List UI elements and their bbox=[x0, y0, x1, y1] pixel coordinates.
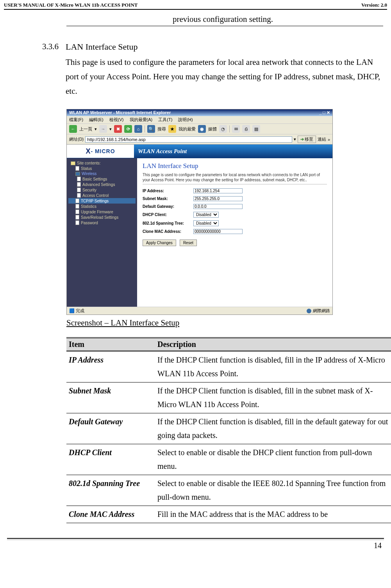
back-label[interactable]: 上一頁 bbox=[79, 126, 92, 132]
table-row: DHCP ClientSelect to enable or disable t… bbox=[66, 444, 391, 475]
sidebar-item-security[interactable]: Security bbox=[68, 187, 136, 193]
globe-icon bbox=[307, 309, 311, 313]
back-dropdown[interactable]: ▾ bbox=[95, 127, 97, 132]
page-header: USER'S MANUAL OF X-Micro WLAN 11b ACCESS… bbox=[4, 2, 387, 10]
section-title: LAN Interface Setup bbox=[66, 42, 381, 52]
stop-button[interactable]: ✖ bbox=[114, 125, 122, 133]
window-titlebar: WLAN AP Webserver - Microsoft Internet E… bbox=[67, 109, 332, 116]
home-button[interactable]: ⌂ bbox=[134, 125, 142, 133]
section-number: 3.3.6 bbox=[36, 42, 59, 98]
status-bar: 🟦 完成 網際網路 bbox=[67, 307, 332, 315]
divider bbox=[66, 26, 383, 26]
sidebar-item-tcpip[interactable]: TCP/IP Settings bbox=[68, 198, 136, 204]
toolbar: ← 上一頁 ▾ → ▾ ✖ ⟳ ⌂ 🔍 搜尋 ★ 我的最愛 ◉ 媒體 ◔ ✉ ⎙… bbox=[67, 124, 332, 134]
banner: XX- MICRO- MICRO WLAN Access Point bbox=[67, 145, 332, 158]
links-label[interactable]: 連結 bbox=[318, 136, 326, 142]
footer-sub-divider bbox=[7, 540, 384, 540]
sidebar-item-statistics[interactable]: Statistics bbox=[68, 204, 136, 209]
mac-input[interactable] bbox=[193, 229, 243, 234]
ip-label: IP Address: bbox=[143, 189, 193, 193]
sidebar-item-advanced[interactable]: Advanced Settings bbox=[68, 182, 136, 187]
table-row: Clone MAC AddressFill in the MAC address… bbox=[66, 506, 391, 523]
favorites-icon[interactable]: ★ bbox=[168, 125, 176, 133]
menu-help[interactable]: 說明(H) bbox=[178, 117, 193, 122]
refresh-button[interactable]: ⟳ bbox=[124, 125, 132, 133]
forward-button[interactable]: → bbox=[99, 125, 107, 133]
menu-favorites[interactable]: 我的最愛(A) bbox=[130, 117, 153, 122]
subnet-label: Subnet Mask: bbox=[143, 197, 193, 201]
description-table: Item Description IP AddressIf the DHCP C… bbox=[66, 337, 391, 523]
links-chevron[interactable]: » bbox=[328, 137, 330, 142]
panel-desc: This page is used to configure the param… bbox=[143, 172, 327, 182]
dhcp-label: DHCP Client: bbox=[143, 213, 193, 217]
banner-text: WLAN Access Point bbox=[134, 148, 187, 155]
section-text: This page is used to configure the param… bbox=[66, 55, 381, 98]
menubar[interactable]: 檔案(F) 編輯(E) 檢視(V) 我的最愛(A) 工具(T) 說明(H) bbox=[67, 116, 332, 124]
screenshot-caption: Screenshot – LAN Interface Setup bbox=[66, 318, 383, 328]
footer-divider bbox=[7, 538, 384, 539]
mac-label: Clone MAC Address: bbox=[143, 229, 193, 234]
address-input[interactable] bbox=[85, 136, 292, 143]
dhcp-select[interactable]: Disabled bbox=[193, 212, 219, 218]
favorites-label[interactable]: 我的最愛 bbox=[179, 126, 196, 132]
sidebar-item-upgrade[interactable]: Upgrade Firmware bbox=[68, 209, 136, 214]
sidebar-item-save-reload[interactable]: Save/Reload Settings bbox=[68, 214, 136, 220]
go-button[interactable]: ➔移至 bbox=[298, 136, 316, 143]
reset-button[interactable]: Reset bbox=[180, 239, 197, 246]
sidebar: Site contents: Status Wireless Basic Set… bbox=[67, 158, 137, 307]
xmicro-logo: XX- MICRO- MICRO bbox=[67, 145, 134, 158]
window-title: WLAN AP Webserver - Microsoft Internet E… bbox=[69, 110, 171, 115]
screenshot: WLAN AP Webserver - Microsoft Internet E… bbox=[66, 109, 333, 315]
table-header-desc: Description bbox=[155, 338, 391, 351]
search-icon[interactable]: 🔍 bbox=[147, 125, 155, 133]
spanning-label: 802.1d Spanning Tree: bbox=[143, 221, 193, 225]
gateway-input[interactable] bbox=[193, 204, 243, 209]
print-button[interactable]: ⎙ bbox=[242, 125, 250, 133]
apply-button[interactable]: Apply Changes bbox=[143, 239, 176, 246]
address-label: 網址(D) bbox=[69, 136, 84, 142]
mail-button[interactable]: ✉ bbox=[232, 125, 240, 133]
status-right: 網際網路 bbox=[307, 308, 330, 314]
ip-input[interactable] bbox=[193, 188, 243, 193]
sidebar-root: Site contents: bbox=[68, 161, 136, 166]
window-controls[interactable]: _ □ ✕ bbox=[319, 110, 330, 115]
sidebar-item-wireless[interactable]: Wireless bbox=[68, 171, 136, 176]
sidebar-item-status[interactable]: Status bbox=[68, 166, 136, 171]
header-left: USER'S MANUAL OF X-Micro WLAN 11b ACCESS… bbox=[4, 2, 138, 8]
menu-edit[interactable]: 編輯(E) bbox=[89, 117, 104, 122]
gateway-label: Default Gateway: bbox=[143, 204, 193, 209]
header-right: Version: 2.0 bbox=[361, 2, 387, 8]
panel-divider bbox=[143, 184, 327, 184]
table-row: Default GatewayIf the DHCP Client functi… bbox=[66, 413, 391, 444]
address-dropdown[interactable]: ▾ bbox=[294, 137, 296, 142]
table-row: 802.1d Spanning TreeSelect to enable or … bbox=[66, 475, 391, 506]
table-row: Subnet MaskIf the DHCP Client function i… bbox=[66, 382, 391, 413]
menu-file[interactable]: 檔案(F) bbox=[69, 117, 83, 122]
search-label[interactable]: 搜尋 bbox=[157, 126, 166, 132]
forward-dropdown[interactable]: ▾ bbox=[109, 127, 112, 132]
sidebar-item-password[interactable]: Password bbox=[68, 220, 136, 225]
menu-view[interactable]: 檢視(V) bbox=[109, 117, 124, 122]
panel-heading: LAN Interface Setup bbox=[143, 162, 327, 170]
previous-config-text: previous configuration setting. bbox=[66, 14, 383, 24]
main-panel: LAN Interface Setup This page is used to… bbox=[137, 158, 332, 307]
media-label[interactable]: 媒體 bbox=[208, 126, 217, 132]
history-button[interactable]: ◔ bbox=[219, 125, 227, 133]
page-number: 14 bbox=[4, 541, 387, 554]
edit-button[interactable]: ▤ bbox=[252, 125, 260, 133]
subnet-input[interactable] bbox=[193, 196, 243, 201]
sidebar-item-basic[interactable]: Basic Settings bbox=[68, 176, 136, 182]
back-button[interactable]: ← bbox=[69, 125, 77, 133]
sidebar-item-access-control[interactable]: Access Control bbox=[68, 193, 136, 198]
table-row: IP AddressIf the DHCP Client function is… bbox=[66, 351, 391, 382]
media-icon[interactable]: ◉ bbox=[198, 125, 206, 133]
address-bar: 網址(D) ▾ ➔移至 連結 » bbox=[67, 134, 332, 145]
menu-tools[interactable]: 工具(T) bbox=[158, 117, 172, 122]
spanning-select[interactable]: Disabled bbox=[193, 220, 219, 226]
table-header-item: Item bbox=[66, 338, 155, 351]
status-left: 🟦 完成 bbox=[69, 308, 84, 314]
